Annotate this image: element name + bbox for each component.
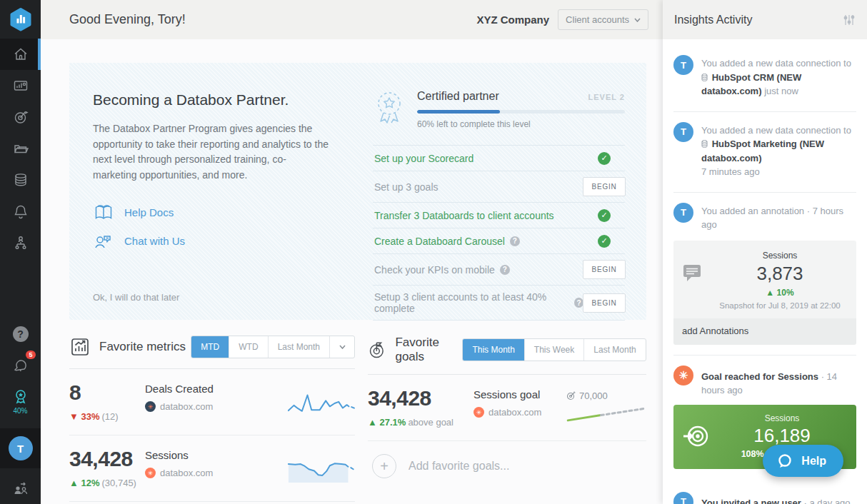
dismiss-link[interactable]: Ok, I will do that later xyxy=(93,292,329,303)
help-tooltip-icon[interactable]: ? xyxy=(500,265,510,275)
filter-sliders-icon[interactable] xyxy=(843,14,856,26)
partner-card-description: The Databox Partner Program gives agenci… xyxy=(93,121,329,183)
help-tooltip-icon[interactable]: ? xyxy=(510,236,520,246)
activity-feed: T You added a new data connection to Hub… xyxy=(663,39,867,504)
tab-mtd[interactable]: MTD xyxy=(191,336,229,358)
task-row: Check your KPIs on mobile? BEGIN xyxy=(373,254,625,286)
goal-row[interactable]: 34,428 ▲ 27.1%above goal Sessions goal ✳… xyxy=(368,375,646,441)
tab-last-month[interactable]: Last Month xyxy=(269,336,330,358)
activity-avatar: T xyxy=(673,203,693,223)
metric-row[interactable]: 34,428 ▲ 12%(30,745) Sessions ✳databox.c… xyxy=(69,435,355,502)
goal-progress-chart xyxy=(566,404,645,423)
activity-avatar: T xyxy=(673,122,693,142)
activity-avatar: T xyxy=(673,492,693,504)
task-row[interactable]: Create a Databoard Carousel? ✓ xyxy=(373,228,625,254)
begin-button[interactable]: BEGIN xyxy=(583,293,625,313)
client-accounts-selector[interactable]: Client accounts xyxy=(558,9,648,30)
delta-up: ▲ 12% xyxy=(69,478,100,488)
favorite-metrics-title: Favorite metrics xyxy=(99,340,186,354)
favorite-goals-icon xyxy=(368,339,386,361)
favorite-metrics-section: Favorite metrics MTD WTD Last Month 8 ▼ … xyxy=(69,336,355,502)
certification-progress-bar xyxy=(417,110,625,114)
check-icon: ✓ xyxy=(598,209,611,222)
tab-wtd[interactable]: WTD xyxy=(229,336,268,358)
help-tooltip-icon[interactable]: ? xyxy=(574,298,583,308)
folder-icon xyxy=(12,140,29,157)
sidebar-item-reports[interactable] xyxy=(0,133,41,164)
tab-this-month[interactable]: This Month xyxy=(463,339,524,361)
database-icon xyxy=(12,171,29,188)
chat-icon xyxy=(93,232,114,251)
arrow-up-icon: ▲ xyxy=(368,417,377,428)
certification-title: Certified partner xyxy=(417,90,499,103)
delta-up: ▲ 27.1% xyxy=(368,417,406,428)
certified-badge-icon xyxy=(373,90,406,127)
comment-icon xyxy=(682,263,702,282)
favorite-goals-title: Favorite goals xyxy=(395,336,462,364)
goal-card-value: 16,189 xyxy=(716,425,848,447)
task-row[interactable]: Set up your Scorecard ✓ xyxy=(373,146,625,171)
goals-period-tabs: This Month This Week Last Month xyxy=(462,338,646,361)
sidebar: ? 5 40% T xyxy=(0,0,41,504)
activity-avatar: T xyxy=(673,55,693,75)
goal-target-arrow-icon xyxy=(682,422,711,450)
metric-source: databox.com xyxy=(160,401,213,412)
activity-item-annotation[interactable]: T You added an annotation · 7 hours ago xyxy=(663,193,867,235)
add-annotations-button[interactable]: add Annotations xyxy=(673,318,856,345)
begin-button[interactable]: BEGIN xyxy=(583,177,625,196)
annotation-snapshot-label: Snapshot for Jul 8, 2019 at 22:00 xyxy=(712,301,848,310)
metric-name: Deals Created xyxy=(145,383,287,395)
metric-name: Sessions xyxy=(145,449,287,461)
partner-card: Becoming a Databox Partner. The Databox … xyxy=(69,63,646,320)
data-source-icon xyxy=(701,140,708,148)
sidebar-item-goals[interactable] xyxy=(0,101,41,133)
tab-last-month[interactable]: Last Month xyxy=(584,339,646,361)
activity-item-connection[interactable]: T You added a new data connection to Hub… xyxy=(663,112,867,182)
annotation-snapshot-card[interactable]: Sessions 3,873 ▲ 10% Snapshot for Jul 8,… xyxy=(673,241,856,318)
metric-row[interactable]: 8 ▼ 33%(12) Deals Created ✳databox.com xyxy=(69,369,355,435)
annotation-value: 3,873 xyxy=(712,263,848,285)
task-row: Set up 3 goals BEGIN xyxy=(373,171,625,203)
sidebar-item-switch-account[interactable] xyxy=(0,473,41,504)
goals-icon xyxy=(12,109,29,126)
chat-with-us-label: Chat with Us xyxy=(124,235,185,247)
databox-logo-icon[interactable] xyxy=(9,0,33,39)
connection-target: HubSpot Marketing (NEW databox.com) xyxy=(701,138,824,163)
sidebar-item-profile[interactable]: T xyxy=(0,428,41,468)
tab-this-week[interactable]: This Week xyxy=(525,339,584,361)
help-docs-link[interactable]: Help Docs xyxy=(93,203,329,222)
certification-level: LEVEL 2 xyxy=(588,93,625,101)
chevron-down-icon xyxy=(634,18,641,22)
sidebar-item-progress-badge[interactable]: 40% xyxy=(0,381,41,421)
task-row: Setup 3 client accounts to at least 40% … xyxy=(373,286,625,321)
sidebar-item-home[interactable] xyxy=(0,39,41,70)
goal-target-icon xyxy=(566,391,576,400)
metric-sparkline xyxy=(287,457,355,483)
add-favorite-goal-button[interactable]: + Add favorite goals... xyxy=(368,441,646,493)
metric-source: databox.com xyxy=(160,468,213,478)
task-row[interactable]: Transfer 3 Databoards to client accounts… xyxy=(373,203,625,228)
plus-icon: + xyxy=(372,454,396,478)
metric-value: 8 xyxy=(69,380,145,405)
sidebar-item-data-sources[interactable] xyxy=(0,164,41,196)
sidebar-item-account-management[interactable] xyxy=(0,227,41,258)
sidebar-item-notifications[interactable]: 5 xyxy=(0,350,41,381)
activity-time: · a day ago xyxy=(804,498,851,504)
sidebar-item-help[interactable]: ? xyxy=(0,318,41,350)
question-mark-icon: ? xyxy=(13,326,29,342)
user-avatar: T xyxy=(9,436,33,460)
tabs-more-dropdown[interactable] xyxy=(330,336,354,358)
chat-with-us-link[interactable]: Chat with Us xyxy=(93,232,329,251)
help-button[interactable]: Help xyxy=(763,445,843,477)
sidebar-item-alerts[interactable] xyxy=(0,196,41,227)
help-chat-icon xyxy=(776,452,794,470)
metric-sparkline xyxy=(287,390,355,416)
activity-item-goal-reached[interactable]: ✳ Goal reached for Sessions · 14 hours a… xyxy=(663,356,867,400)
hubspot-icon: ✳ xyxy=(145,401,156,412)
activity-item-connection[interactable]: T You added a new data connection to Hub… xyxy=(663,45,867,101)
sidebar-item-databoards[interactable] xyxy=(0,70,41,101)
activity-item-invite[interactable]: T You invited a new user · a day ago xyxy=(663,482,867,504)
insights-activity-title: Insights Activity xyxy=(674,14,752,26)
annotation-metric: Sessions xyxy=(712,251,848,261)
begin-button[interactable]: BEGIN xyxy=(583,260,625,279)
